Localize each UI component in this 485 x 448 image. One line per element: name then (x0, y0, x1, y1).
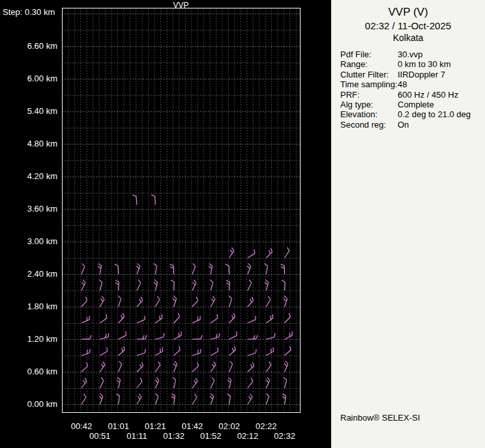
info-field-row: Range:0 km to 30 km (340, 59, 485, 69)
field-label: Time sampling: (340, 79, 398, 89)
field-label: Clutter Filter: (340, 70, 398, 79)
y-axis-label: 0.60 km (0, 367, 57, 376)
info-field-row: Clutter Filter:IIRDoppler 7 (340, 70, 485, 79)
y-axis-label: 4.20 km (0, 171, 57, 181)
x-axis-label: 02:32 (267, 431, 303, 441)
panel-site: Kolkata (331, 33, 485, 43)
y-axis-label: 6.00 km (0, 74, 57, 83)
y-axis-label: 3.00 km (0, 236, 57, 246)
vvp-window: VVP Step: 0.30 km 6.60 km6.00 km5.40 km4… (0, 0, 485, 448)
x-axis-label: 01:32 (156, 431, 192, 441)
y-axis-label: 1.20 km (0, 334, 57, 344)
panel-datetime: 02:32 / 11-Oct-2025 (331, 20, 485, 31)
plot-border (63, 8, 301, 413)
x-axis-label: 01:11 (119, 431, 155, 441)
field-label: Pdf File: (340, 49, 398, 59)
field-value: 600 Hz / 450 Hz (398, 90, 458, 100)
info-field-row: PRF:600 Hz / 450 Hz (340, 90, 485, 100)
field-value: 30.vvp (398, 49, 422, 59)
field-label: PRF: (340, 90, 398, 100)
plot-canvas (0, 0, 331, 448)
field-value: Complete (398, 100, 434, 109)
field-label: Second reg: (340, 120, 398, 130)
field-value: On (398, 120, 409, 130)
info-field-row: Alg type:Complete (340, 100, 485, 109)
y-axis-label: 1.80 km (0, 301, 57, 311)
info-field-row: Pdf File:30.vvp (340, 49, 485, 59)
y-axis-label: 6.60 km (0, 41, 57, 51)
field-label: Elevation: (340, 109, 398, 119)
panel-title: VVP (V) (331, 6, 485, 19)
info-fields: Pdf File:30.vvpRange:0 km to 30 kmClutte… (340, 49, 485, 130)
x-axis-label: 02:12 (229, 431, 266, 441)
y-axis-label: 0.00 km (0, 399, 57, 409)
y-axis-label: 3.60 km (0, 204, 57, 214)
x-axis-label: 00:42 (63, 421, 100, 431)
field-label: Range: (340, 59, 398, 69)
y-axis-label: 4.80 km (0, 139, 57, 148)
y-axis-label: 2.40 km (0, 269, 57, 279)
x-axis-label: 00:51 (81, 431, 118, 441)
y-axis-label: 5.40 km (0, 106, 57, 116)
field-value: 0.2 deg to 21.0 deg (398, 109, 471, 119)
info-panel: VVP (V) 02:32 / 11-Oct-2025 Kolkata Pdf … (331, 0, 485, 448)
field-label: Alg type: (340, 100, 398, 109)
x-axis-label: 02:22 (248, 421, 284, 431)
brand-footer: Rainbow® SELEX-SI (340, 413, 420, 423)
field-value: 0 km to 30 km (398, 59, 451, 69)
info-field-row: Time sampling:48 (340, 79, 485, 89)
field-value: 48 (398, 79, 407, 89)
x-axis-label: 01:21 (137, 421, 173, 431)
x-axis-label: 02:02 (211, 421, 248, 431)
wind-profile-chart: VVP Step: 0.30 km 6.60 km6.00 km5.40 km4… (0, 0, 331, 448)
info-field-row: Elevation:0.2 deg to 21.0 deg (340, 109, 485, 119)
x-axis-label: 01:52 (192, 431, 229, 441)
x-axis-label: 01:01 (100, 421, 137, 431)
x-axis-label: 01:42 (174, 421, 211, 431)
field-value: IIRDoppler 7 (398, 70, 445, 79)
info-field-row: Second reg:On (340, 120, 485, 130)
